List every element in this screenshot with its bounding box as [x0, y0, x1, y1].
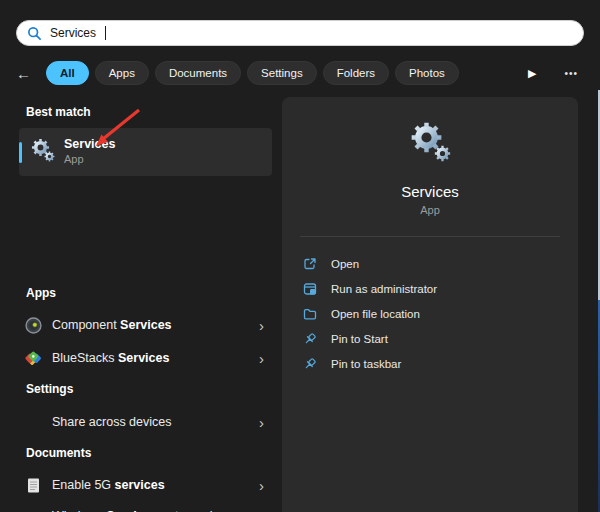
component-services-row[interactable]: Component Services ›: [19, 310, 272, 340]
best-match-title: Services: [64, 137, 115, 153]
best-match-row[interactable]: Services App: [19, 128, 272, 176]
folder-icon: [303, 307, 317, 321]
action-label: Pin to taskbar: [331, 358, 401, 370]
pin-to-start-action[interactable]: Pin to Start: [282, 326, 578, 351]
services-gears-icon-large: [282, 119, 578, 167]
share-across-devices-row[interactable]: Share across devices ›: [19, 407, 272, 437]
result-label: Component Services: [52, 318, 172, 332]
preview-title: Services: [282, 183, 578, 200]
bluestacks-services-row[interactable]: BlueStacks Services ›: [19, 343, 272, 373]
play-button[interactable]: ▶: [528, 67, 536, 80]
chevron-right-icon[interactable]: ›: [259, 415, 264, 430]
result-label: Enable 5G services: [52, 478, 165, 492]
more-options-button[interactable]: •••: [564, 68, 578, 79]
result-label: BlueStacks Services: [52, 351, 169, 365]
component-services-icon: [25, 317, 42, 334]
chevron-right-icon[interactable]: ›: [259, 351, 264, 366]
windows-search-window: Services ← All Apps Documents Settings F…: [0, 0, 600, 512]
divider: [300, 236, 560, 237]
bluestacks-icon: [25, 350, 42, 367]
open-action[interactable]: Open: [282, 251, 578, 276]
selection-accent-bar: [19, 142, 22, 163]
result-label: Windows Services not opening on Windows …: [52, 508, 252, 512]
search-icon: [27, 26, 42, 41]
open-file-location-action[interactable]: Open file location: [282, 301, 578, 326]
preview-panel: Services App Open: [282, 97, 578, 512]
chevron-right-icon[interactable]: ›: [259, 478, 264, 493]
search-bar[interactable]: Services: [16, 20, 584, 46]
action-list: Open Run as administrator: [282, 251, 578, 376]
action-label: Run as administrator: [331, 283, 437, 295]
document-icon: [25, 478, 42, 493]
preview-subtitle: App: [282, 204, 578, 216]
admin-window-icon: [303, 282, 317, 296]
chevron-right-icon[interactable]: ›: [259, 318, 264, 333]
action-label: Pin to Start: [331, 333, 388, 345]
search-input[interactable]: Services: [50, 26, 96, 40]
run-as-administrator-action[interactable]: Run as administrator: [282, 276, 578, 301]
pin-icon: [303, 332, 317, 346]
back-button[interactable]: ←: [16, 65, 40, 82]
result-label: Share across devices: [52, 415, 172, 429]
open-icon: [303, 257, 317, 271]
tab-photos[interactable]: Photos: [395, 61, 459, 85]
apps-header: Apps: [26, 286, 56, 300]
best-match-header: Best match: [26, 105, 91, 119]
best-match-subtitle: App: [64, 153, 115, 167]
enable-5g-services-row[interactable]: Enable 5G services ›: [19, 470, 272, 500]
services-gears-icon: [30, 137, 56, 167]
pin-to-taskbar-action[interactable]: Pin to taskbar: [282, 351, 578, 376]
documents-header: Documents: [26, 446, 91, 460]
tab-all[interactable]: All: [46, 61, 89, 85]
tab-folders[interactable]: Folders: [323, 61, 389, 85]
action-label: Open file location: [331, 308, 420, 320]
pin-icon: [303, 357, 317, 371]
tab-apps[interactable]: Apps: [95, 61, 149, 85]
settings-header: Settings: [26, 382, 73, 396]
tab-settings[interactable]: Settings: [247, 61, 317, 85]
tab-documents[interactable]: Documents: [155, 61, 241, 85]
filter-bar: ← All Apps Documents Settings Folders Ph…: [16, 59, 584, 87]
text-caret: [105, 26, 106, 40]
action-label: Open: [331, 258, 359, 270]
results-panel: Best match Services App Apps: [16, 97, 274, 512]
windows-services-doc-row[interactable]: Windows Services not opening on Windows …: [19, 503, 272, 512]
